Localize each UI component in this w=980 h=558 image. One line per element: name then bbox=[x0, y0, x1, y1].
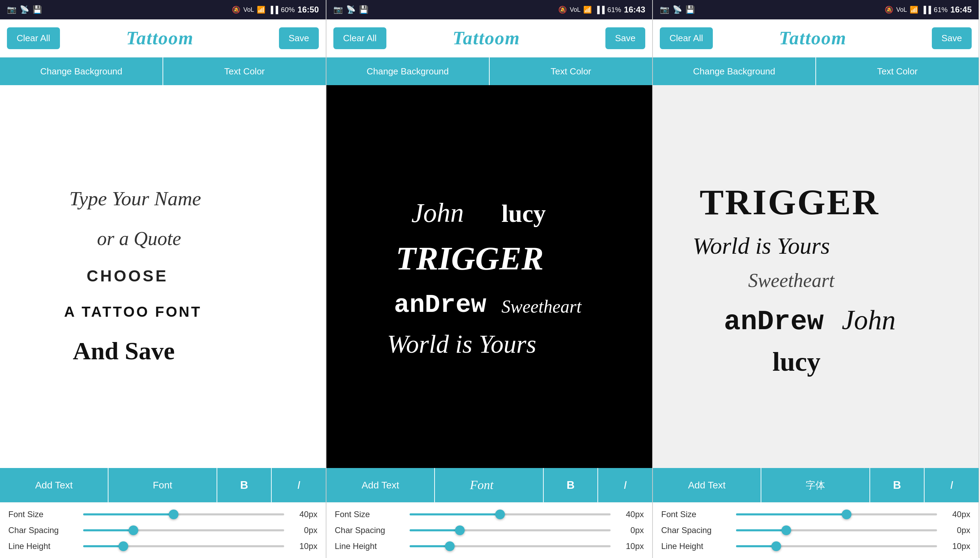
font-button-2[interactable]: Font bbox=[434, 468, 543, 502]
status-time-1: 16:50 bbox=[298, 5, 319, 15]
char-spacing-track-2[interactable] bbox=[410, 529, 611, 531]
char-spacing-fill-1 bbox=[83, 529, 133, 531]
slider-section-3: Font Size 40px Char Spacing 0px Line Hei… bbox=[653, 502, 978, 558]
change-background-button-3[interactable]: Change Background bbox=[653, 57, 816, 85]
svg-text:Tattoom: Tattoom bbox=[779, 28, 847, 48]
add-text-button-3[interactable]: Add Text bbox=[653, 468, 761, 502]
font-size-row-2: Font Size 40px bbox=[335, 510, 644, 519]
action-row-3: Add Text 字体 B I bbox=[653, 468, 978, 502]
svg-text:or a Quote: or a Quote bbox=[97, 228, 181, 249]
char-spacing-value-3: 0px bbox=[942, 525, 970, 535]
line-height-track-3[interactable] bbox=[736, 545, 937, 547]
action-row-2: Add Text Font B I bbox=[326, 468, 652, 502]
char-spacing-thumb-1[interactable] bbox=[128, 525, 138, 535]
italic-button-1[interactable]: I bbox=[271, 468, 326, 502]
wifi-icon-2: 📶 bbox=[583, 5, 592, 14]
char-spacing-track-1[interactable] bbox=[83, 529, 284, 531]
canvas-content-3: TRIGGER World is Yours Sweetheart anDrew… bbox=[653, 85, 978, 468]
canvas-row-2-1: John lucy bbox=[333, 194, 645, 228]
line-height-value-3: 10px bbox=[942, 542, 970, 551]
status-time-3: 16:45 bbox=[950, 5, 972, 15]
svg-text:A TATTOO FONT: A TATTOO FONT bbox=[64, 304, 202, 320]
char-spacing-track-3[interactable] bbox=[736, 529, 937, 531]
font-size-thumb-2[interactable] bbox=[495, 510, 505, 519]
bold-button-3[interactable]: B bbox=[870, 468, 924, 502]
change-background-button-1[interactable]: Change Background bbox=[0, 57, 163, 85]
mute-icon-2: 🔕 bbox=[558, 5, 567, 14]
clear-all-button-2[interactable]: Clear All bbox=[333, 27, 386, 49]
cast-icon-2: 📡 bbox=[346, 5, 356, 14]
save-button-1[interactable]: Save bbox=[279, 27, 319, 49]
save-button-3[interactable]: Save bbox=[932, 27, 972, 49]
text-color-button-1[interactable]: Text Color bbox=[163, 57, 326, 85]
clear-all-button-3[interactable]: Clear All bbox=[660, 27, 713, 49]
canvas-area-2: John lucy TRIGGER anDrew Sweetheart bbox=[326, 85, 652, 468]
italic-button-2[interactable]: I bbox=[598, 468, 652, 502]
volte-badge-2: VoL bbox=[570, 6, 580, 13]
italic-button-3[interactable]: I bbox=[924, 468, 978, 502]
line-height-thumb-2[interactable] bbox=[445, 542, 455, 551]
line-height-label-1: Line Height bbox=[8, 542, 77, 551]
canvas-andrew-2: anDrew bbox=[392, 284, 489, 318]
canvas-world-3: World is Yours bbox=[691, 228, 940, 259]
font-size-thumb-3[interactable] bbox=[842, 510, 852, 519]
save-button-2[interactable]: Save bbox=[605, 27, 645, 49]
status-left-1: 📷 📡 💾 bbox=[7, 5, 42, 14]
font-button-1[interactable]: Font bbox=[108, 468, 216, 502]
change-background-button-2[interactable]: Change Background bbox=[326, 57, 490, 85]
canvas-lucy-3: lucy bbox=[771, 342, 861, 377]
logo-svg-1: Tattoom bbox=[124, 24, 214, 48]
line-height-thumb-1[interactable] bbox=[119, 542, 128, 551]
line-height-row-1: Line Height 10px bbox=[8, 542, 318, 551]
font-size-label-2: Font Size bbox=[335, 510, 404, 519]
text-color-button-3[interactable]: Text Color bbox=[816, 57, 978, 85]
font-size-value-2: 40px bbox=[616, 510, 644, 519]
font-size-fill-2 bbox=[410, 513, 500, 515]
battery-level-1: 60% bbox=[281, 6, 295, 14]
status-right-2: 🔕 VoL 📶 ▐▐ 61% 16:43 bbox=[558, 5, 645, 15]
status-right-3: 🔕 VoL 📶 ▐▐ 61% 16:45 bbox=[885, 5, 972, 15]
font-size-value-3: 40px bbox=[942, 510, 970, 519]
text-color-button-2[interactable]: Text Color bbox=[490, 57, 652, 85]
svg-text:Tattoom: Tattoom bbox=[453, 28, 520, 48]
canvas-row-3-4: anDrew John bbox=[660, 299, 972, 335]
line-height-track-1[interactable] bbox=[83, 545, 284, 547]
cast-icon-3: 📡 bbox=[673, 5, 682, 14]
storage-icon: 💾 bbox=[33, 5, 42, 14]
header-bar-3: Clear All Tattoom Save bbox=[653, 20, 978, 57]
add-text-button-2[interactable]: Add Text bbox=[326, 468, 434, 502]
font-size-thumb-1[interactable] bbox=[169, 510, 178, 519]
storage-icon-3: 💾 bbox=[685, 5, 695, 14]
canvas-content-1: Type Your Name or a Quote CHOOSE A TATTO… bbox=[0, 85, 326, 468]
canvas-text-1-4: A TATTOO FONT bbox=[63, 296, 264, 325]
bold-button-2[interactable]: B bbox=[543, 468, 598, 502]
font-button-3[interactable]: 字体 bbox=[761, 468, 869, 502]
font-size-track-3[interactable] bbox=[736, 513, 937, 515]
bold-button-1[interactable]: B bbox=[217, 468, 271, 502]
line-height-thumb-3[interactable] bbox=[771, 542, 781, 551]
line-height-track-2[interactable] bbox=[410, 545, 611, 547]
cast-icon: 📡 bbox=[20, 5, 29, 14]
volte-badge-3: VoL bbox=[896, 6, 907, 13]
char-spacing-row-3: Char Spacing 0px bbox=[661, 525, 970, 535]
add-text-button-1[interactable]: Add Text bbox=[0, 468, 108, 502]
svg-text:World is Yours: World is Yours bbox=[693, 233, 830, 259]
clear-all-button-1[interactable]: Clear All bbox=[7, 27, 60, 49]
volte-badge: VoL bbox=[243, 6, 254, 13]
font-size-value-1: 40px bbox=[290, 510, 318, 519]
line-height-label-2: Line Height bbox=[335, 542, 404, 551]
canvas-lucy-2: lucy bbox=[500, 194, 569, 228]
font-size-track-1[interactable] bbox=[83, 513, 284, 515]
line-height-fill-3 bbox=[736, 545, 776, 547]
char-spacing-thumb-2[interactable] bbox=[455, 525, 465, 535]
line-height-fill-1 bbox=[83, 545, 124, 547]
slider-section-1: Font Size 40px Char Spacing 0px Line Hei… bbox=[0, 502, 326, 558]
canvas-john-2: John bbox=[410, 194, 479, 228]
svg-text:Font: Font bbox=[469, 478, 494, 492]
char-spacing-fill-3 bbox=[736, 529, 786, 531]
wifi-icon: 📶 bbox=[257, 5, 265, 14]
char-spacing-row-2: Char Spacing 0px bbox=[335, 525, 644, 535]
header-bar-1: Clear All Tattoom Save bbox=[0, 20, 326, 57]
char-spacing-thumb-3[interactable] bbox=[781, 525, 791, 535]
font-size-track-2[interactable] bbox=[410, 513, 611, 515]
